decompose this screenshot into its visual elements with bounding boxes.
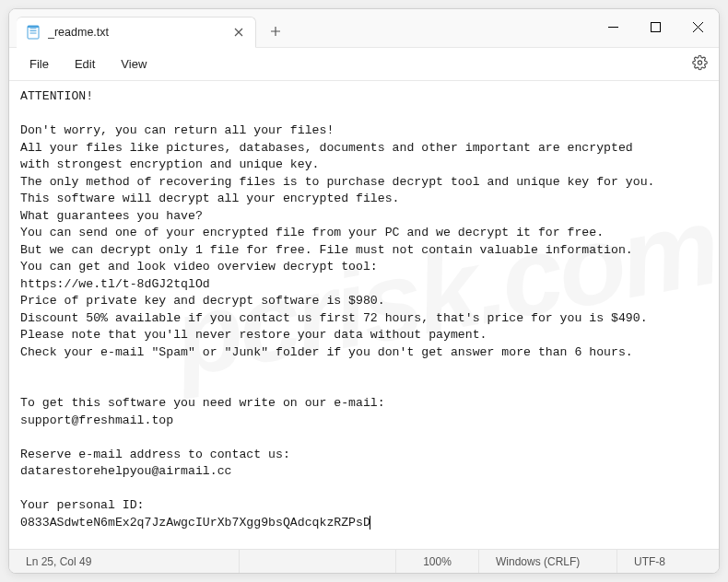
window-controls xyxy=(592,9,719,44)
text-cursor xyxy=(370,516,370,530)
tab-title: _readme.txt xyxy=(48,26,231,39)
maximize-button[interactable] xyxy=(634,9,676,44)
new-tab-button[interactable] xyxy=(262,17,289,45)
svg-rect-0 xyxy=(28,26,39,39)
svg-point-6 xyxy=(698,60,701,64)
menu-edit[interactable]: Edit xyxy=(62,53,108,75)
menu-view[interactable]: View xyxy=(108,53,159,75)
tab-close-button[interactable] xyxy=(231,25,246,40)
svg-rect-4 xyxy=(28,26,39,28)
svg-rect-5 xyxy=(651,22,660,31)
notepad-window: _readme.txt File Edit View ATTENTI xyxy=(8,8,720,574)
close-window-button[interactable] xyxy=(676,9,719,44)
status-cursor-position[interactable]: Ln 25, Col 49 xyxy=(9,550,240,573)
document-body: ATTENTION! Don't worry, you can return a… xyxy=(20,89,655,530)
text-editor-content[interactable]: ATTENTION! Don't worry, you can return a… xyxy=(9,81,719,549)
status-zoom[interactable]: 100% xyxy=(396,550,479,573)
tab-active[interactable]: _readme.txt xyxy=(17,17,256,48)
statusbar: Ln 25, Col 49 100% Windows (CRLF) UTF-8 xyxy=(9,549,719,573)
settings-button[interactable] xyxy=(692,54,708,74)
menu-file[interactable]: File xyxy=(17,53,62,75)
status-line-ending[interactable]: Windows (CRLF) xyxy=(479,550,617,573)
minimize-button[interactable] xyxy=(592,9,634,44)
titlebar: _readme.txt xyxy=(9,9,719,48)
menubar: File Edit View xyxy=(9,48,719,81)
notepad-icon xyxy=(26,25,41,40)
status-encoding[interactable]: UTF-8 xyxy=(617,550,719,573)
